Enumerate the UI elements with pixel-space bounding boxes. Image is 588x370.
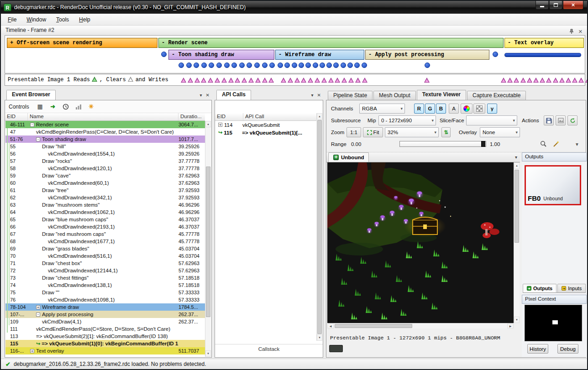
write-marker-triangle[interactable] [235, 78, 241, 83]
text-overlay-activity-bar[interactable] [504, 53, 581, 57]
save-texture-button[interactable] [544, 115, 554, 125]
close-panel-icon[interactable]: ✕ [578, 27, 583, 36]
tab-outputs[interactable]: ➜ Outputs [523, 284, 556, 292]
column-api-call[interactable]: API Call [243, 113, 316, 120]
statistics-icon[interactable] [75, 103, 82, 110]
event-row[interactable]: 56 vkCmdDrawIndexed(1554,1) 39.25926 [5, 150, 205, 157]
draw-call-dot[interactable] [347, 63, 353, 68]
draw-call-dot[interactable] [161, 52, 167, 57]
scroll-down-icon[interactable]: ▼ [205, 350, 211, 357]
callstack-label[interactable]: Callstack [215, 344, 323, 352]
toolbar-overflow-icon[interactable]: ▾ [576, 139, 578, 150]
write-marker-triangle[interactable] [288, 78, 294, 83]
write-marker-triangle[interactable] [221, 78, 227, 83]
column-eid[interactable]: EID [215, 113, 243, 120]
bookmark-icon[interactable]: ✳ [88, 103, 95, 110]
history-button[interactable]: History [527, 344, 548, 354]
draw-call-dot[interactable] [209, 63, 214, 68]
timeline-marker-bar[interactable]: - Text overlay [504, 38, 584, 48]
texture-tab-unbound[interactable]: ✛ Unbound [328, 152, 369, 162]
write-marker-triangle[interactable] [255, 78, 261, 83]
tab-event-browser[interactable]: Event Browser [6, 90, 56, 100]
draw-call-dot[interactable] [313, 63, 318, 68]
column-eid[interactable]: EID [5, 113, 28, 120]
close-button[interactable]: × [563, 1, 583, 10]
event-row[interactable]: 76 vkCmdDrawIndexed(1098,1) 57.33333 [5, 296, 205, 303]
write-marker-triangle[interactable] [362, 78, 368, 83]
event-row[interactable]: 113 => vkQueueSubmit(2)[1]: vkEndCommand… [5, 333, 205, 340]
tab-list-icon[interactable]: ▾ [311, 93, 314, 98]
event-row[interactable]: 69 Draw "grass blades" 45.03704 [5, 245, 205, 252]
write-marker-triangle[interactable] [507, 78, 513, 83]
texture-display[interactable] [327, 162, 514, 323]
gamma-button[interactable]: γ [487, 104, 497, 114]
scroll-up-icon[interactable]: ▲ [205, 121, 211, 127]
draw-call-dot[interactable] [216, 63, 222, 68]
write-marker-triangle[interactable] [181, 78, 187, 83]
expander[interactable]: - [36, 137, 40, 141]
timeline-canvas[interactable]: + Off-screen scene rendering - Render sc… [5, 35, 585, 73]
event-row[interactable]: 63 Draw "mushroom stems" 46.96296 [5, 201, 205, 208]
texture-vertical-scrollbar[interactable]: ▲ ▼ [514, 162, 520, 323]
draw-call-dot[interactable] [239, 63, 245, 68]
zoom-1to1-button[interactable]: 1:1 [346, 127, 361, 137]
write-marker-triangle[interactable] [308, 78, 314, 83]
scroll-up-icon[interactable]: ▲ [514, 162, 520, 169]
event-row[interactable]: 62 vkCmdDrawIndexed(342,1) 37.92593 [5, 194, 205, 201]
event-row[interactable]: 107-... - Apply post processing 262.37..… [5, 311, 205, 318]
event-row[interactable]: 109 vkCmdDraw(4,1) 262.37... [5, 318, 205, 325]
tab-inputs[interactable]: ➜ Inputs [557, 284, 586, 292]
draw-call-dot[interactable] [292, 63, 297, 68]
event-row[interactable]: 111 vkCmdEndRenderPass(C=Store, D=Store,… [5, 325, 205, 333]
draw-call-dot[interactable] [305, 63, 311, 68]
menu-item[interactable]: Tools [51, 14, 74, 25]
close-panel-icon[interactable]: ✕ [206, 93, 210, 98]
channel-b-button[interactable]: B [436, 104, 446, 114]
menu-item[interactable]: File [3, 14, 21, 25]
channel-a-button[interactable]: A [449, 104, 459, 114]
panel-tab[interactable]: Mesh Output [373, 91, 416, 100]
write-marker-triangle[interactable] [559, 78, 565, 83]
event-row[interactable]: 68 vkCmdDrawIndexed(1677,1) 45.77778 [5, 238, 205, 245]
column-name[interactable]: Name [28, 113, 178, 120]
draw-call-dot[interactable] [362, 63, 367, 68]
time-draws-icon[interactable] [62, 103, 69, 110]
event-row[interactable]: 47 vkCmdBeginRenderPass(C=Clear, D=Clear… [5, 128, 205, 135]
timeline-marker-bar[interactable]: + Off-screen scene rendering [7, 38, 158, 48]
overlay-select[interactable]: None [480, 127, 520, 137]
scroll-down-icon[interactable]: ▼ [514, 317, 520, 323]
draw-call-dot[interactable] [224, 63, 230, 68]
draw-call-dot[interactable] [247, 63, 252, 68]
expander[interactable]: + [30, 349, 34, 353]
write-marker-triangle[interactable] [355, 78, 361, 83]
draw-call-dot[interactable] [493, 52, 498, 57]
panel-tab[interactable]: Capture Executable [467, 91, 526, 100]
zoom-fit-button[interactable]: Fit [363, 127, 383, 137]
scroll-down-icon[interactable]: ▼ [317, 334, 322, 341]
texture-horizontal-scrollbar[interactable]: ◀ ▶ [327, 323, 514, 328]
timeline-marker-bar[interactable]: - Render scene [158, 38, 504, 48]
draw-call-dot[interactable] [299, 63, 304, 68]
zoom-select[interactable]: 32% [385, 127, 439, 137]
event-row[interactable]: 74 vkCmdDrawIndexed(138,1) 57.18518 [5, 281, 205, 289]
write-marker-triangle[interactable] [424, 78, 430, 83]
api-call-row[interactable]: + 114 vkQueueSubmit [215, 121, 316, 129]
draw-call-dot[interactable] [262, 63, 268, 68]
expander[interactable]: + [36, 305, 40, 309]
range-slider[interactable] [399, 141, 486, 147]
background-checker-button[interactable] [473, 104, 485, 114]
flip-y-button[interactable]: ⇅ [441, 127, 451, 137]
write-marker-triangle[interactable] [514, 78, 520, 83]
event-row[interactable]: 58 vkCmdDrawIndexed(120,1) 37.77778 [5, 165, 205, 172]
event-row[interactable]: 75 Draw "" 57.33333 [5, 289, 205, 296]
grid-icon[interactable]: ▦ [37, 103, 44, 110]
event-row[interactable]: 61 Draw "tree" 37.92593 [5, 187, 205, 194]
write-marker-triangle[interactable] [533, 78, 539, 83]
draw-call-dot[interactable] [178, 63, 184, 68]
event-row[interactable]: 115 => vkQueueSubmit(1)[0]: vkBeginComma… [5, 340, 205, 347]
write-marker-triangle[interactable] [262, 78, 268, 83]
tab-list-icon[interactable]: ▾ [200, 93, 202, 98]
event-browser-scrollbar[interactable]: ▲ ▼ [205, 121, 211, 357]
write-marker-triangle[interactable] [315, 78, 320, 83]
write-marker-triangle[interactable] [242, 78, 247, 83]
